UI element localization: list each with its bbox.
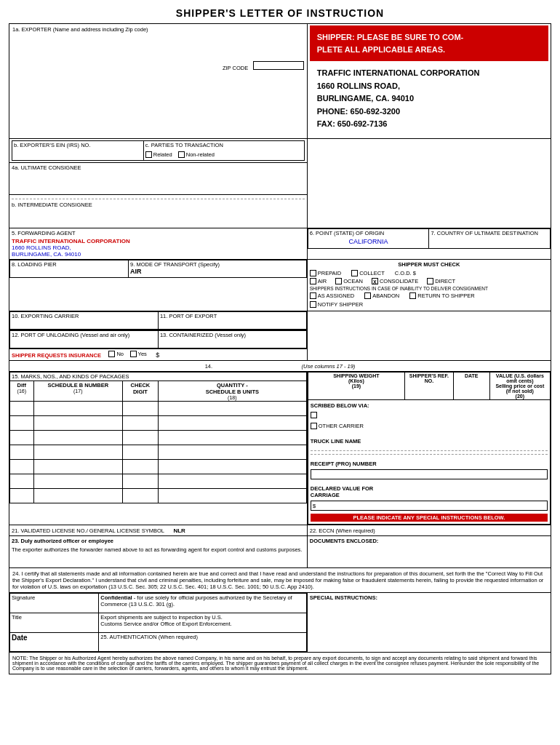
notify-shipper-checkbox[interactable]: NOTIFY SHIPPER	[310, 301, 363, 308]
return-shipper-checkbox[interactable]: RETURN TO SHIPPER	[409, 292, 475, 299]
insurance-yes-checkbox[interactable]: Yes	[130, 351, 147, 357]
as-assigned-label: AS ASSIGNED	[318, 292, 354, 299]
non-related-box	[178, 151, 185, 158]
validated-license-label: 21. VALIDATED LICENSE NO./ GENERAL LICEN…	[12, 527, 164, 534]
collect-checkbox[interactable]: COLLECT	[351, 270, 385, 276]
company-address2: BURLINGAME, CA. 94010	[317, 92, 541, 105]
port-export-cell: 11. PORT OF EXPORT	[158, 311, 306, 329]
ocean-box	[335, 278, 342, 284]
abandon-label: ABANDON	[372, 292, 399, 299]
shipping-weight-header: SHIPPING WEIGHT (Kilos) (19)	[308, 372, 404, 399]
ocean-label: OCEAN	[343, 278, 363, 284]
empty-right-9	[307, 348, 551, 360]
date-label: DATE	[455, 373, 488, 378]
table-row	[10, 445, 307, 459]
col18-label: (18)	[160, 395, 305, 400]
non-related-checkbox[interactable]: Non-related	[178, 151, 215, 158]
value-sub1: omit cents)	[492, 378, 548, 383]
shipping-weight-label: SHIPPING WEIGHT	[310, 373, 403, 378]
diff-label: Diff	[12, 382, 32, 389]
consolidate-checkbox[interactable]: CONSOLIDATE	[372, 278, 418, 284]
exporter-section: 1a. EXPORTER (Name and address including…	[9, 24, 308, 139]
company-address1: 1660 ROLLINS ROAD,	[317, 80, 541, 93]
insurance-row: SHIPPER REQUESTS INSURANCE No Yes $	[9, 348, 308, 360]
main-table-left: 15. MARKS, NOS., AND KINDS OF PACKAGES D…	[9, 371, 308, 525]
forwarding-agent-addr2: BURLINGAME, CA. 94010	[12, 251, 305, 258]
check-label: CHECK	[124, 382, 156, 389]
red-banner-line1: SHIPPER: PLEASE BE SURE TO COM-	[317, 33, 464, 41]
direct-box	[427, 278, 433, 284]
nlr-label: NLR	[173, 527, 185, 534]
forwarding-agent-addr1: 1660 ROLLINS ROAD,	[12, 244, 305, 251]
port-unloading-cell: 12. PORT OF UNLOADING (Vessel and air on…	[10, 330, 159, 348]
prepaid-checkbox[interactable]: PREPAID	[310, 270, 341, 276]
declared-value-label: DECLARED VALUE FOR	[311, 485, 548, 492]
origin-destination-cell: 6. POINT (STATE) OF ORIGIN CALIFORNIA 7.…	[307, 228, 551, 259]
exporter-label: 1a. EXPORTER (Name and address including…	[12, 26, 304, 33]
schedule-b-units-label: SCHEDULE B UNITS	[160, 389, 305, 395]
related-label: Related	[153, 151, 172, 158]
country-dest-cell: 7. COUNTRY OF ULTIMATE DESTINATION	[429, 228, 551, 248]
direct-checkbox[interactable]: DIRECT	[427, 278, 455, 284]
col16-label: (16)	[12, 389, 32, 394]
table-row	[10, 488, 307, 503]
non-related-label: Non-related	[186, 151, 215, 158]
title-label: Title	[12, 614, 97, 621]
return-shipper-box	[409, 292, 416, 299]
other-carrier-checkbox[interactable]: OTHER CARRIER	[311, 423, 364, 429]
prepaid-label: PREPAID	[318, 270, 341, 276]
confidential-cell: Confidential - for use solely for offici…	[99, 594, 306, 613]
date-cell: Date	[10, 633, 99, 652]
containerized-cell: 13. CONTAINERIZED (Vessel only)	[158, 330, 306, 348]
authorized-cell: 23. Duly authorized officer or employee …	[9, 536, 308, 568]
collect-box	[351, 270, 358, 276]
related-box	[145, 151, 152, 158]
company-fax: FAX: 650-692-7136	[317, 118, 541, 131]
marks-label-cell: 15. MARKS, NOS., AND KINDS OF PACKAGES	[10, 372, 307, 381]
yes-label: Yes	[138, 351, 147, 357]
air-checkbox[interactable]: AIR	[310, 278, 327, 284]
other-carrier-label: OTHER CARRIER	[319, 423, 364, 429]
special-instructions-label: SPECIAL INSTRUCTIONS:	[310, 594, 548, 601]
col14-label: 14.	[205, 363, 212, 370]
ein-label: b. EXPORTER'S EIN (IRS) NO.	[14, 142, 142, 148]
signature-label: Signature	[12, 594, 97, 601]
abandon-checkbox[interactable]: ABANDON	[364, 292, 399, 299]
documents-enclosed-label: DOCUMENTS ENCLOSED:	[310, 538, 548, 544]
export-subject: Export shipments are subject to inspecti…	[100, 614, 304, 621]
schedule-b-label: SCHEDULE B NUMBER	[36, 382, 121, 389]
carriage-label: CARRIAGE	[311, 492, 548, 498]
shippers-instructions-label: SHIPPERS INSTRUCTIONS IN CASE OF INABILI…	[310, 286, 548, 291]
collect-label: COLLECT	[359, 270, 385, 276]
notify-shipper-label: NOTIFY SHIPPER	[318, 301, 363, 308]
ultimate-consignee-label: 4a. ULTIMATE CONSIGNEE	[12, 164, 305, 171]
confidential-label: Confidential	[100, 594, 132, 601]
insurance-no-checkbox[interactable]: No	[108, 351, 124, 357]
col20-label: (20)	[492, 394, 548, 399]
marks-label: 15. MARKS, NOS., AND KINDS OF PACKAGES	[12, 373, 129, 380]
table-row	[10, 401, 307, 415]
point-origin-cell: 6. POINT (STATE) OF ORIGIN CALIFORNIA	[308, 228, 429, 248]
certify-label: 24. I certify that all statements made a…	[12, 570, 548, 590]
export-subject-cell: Export shipments are subject to inspecti…	[99, 613, 306, 633]
shippers-ref-header: SHIPPER'S REF. NO.	[405, 372, 454, 399]
notify-shipper-box	[310, 301, 316, 308]
as-assigned-box	[310, 292, 316, 299]
ocean-checkbox[interactable]: OCEAN	[335, 278, 363, 284]
as-assigned-checkbox[interactable]: AS ASSIGNED	[310, 292, 354, 299]
company-name: TRAFFIC INTERNATIONAL CORPORATION	[317, 67, 541, 80]
port-export-label: 11. PORT OF EXPORT	[160, 313, 305, 319]
kilo-label: (Kilos)	[310, 378, 403, 383]
point-origin-value: CALIFORNIA	[310, 236, 428, 245]
loading-pier-cell: 8. LOADING PIER	[10, 260, 129, 277]
mode-transport-cell: 9. MODE OF TRANSPORT (Specify) AIR	[129, 260, 307, 277]
related-checkbox[interactable]: Related	[145, 151, 172, 158]
prepaid-box	[310, 270, 316, 276]
bottom-note: NOTE: The Shipper or his Authorized Agen…	[9, 653, 551, 674]
dollar-sign: $	[313, 503, 316, 509]
certify-cell: 24. I certify that all statements made a…	[9, 568, 551, 593]
intermediate-consignee-cell: b. INTERMEDIATE CONSIGNEE	[9, 194, 308, 228]
unloading-container-row: 12. PORT OF UNLOADING (Vessel and air on…	[9, 330, 308, 348]
red-banner-line2: PLETE ALL APPLICABLE AREAS.	[317, 45, 445, 54]
forwarding-agent-cell: 5. FORWARDING AGENT TRAFFIC INTERNATIONA…	[9, 228, 308, 259]
